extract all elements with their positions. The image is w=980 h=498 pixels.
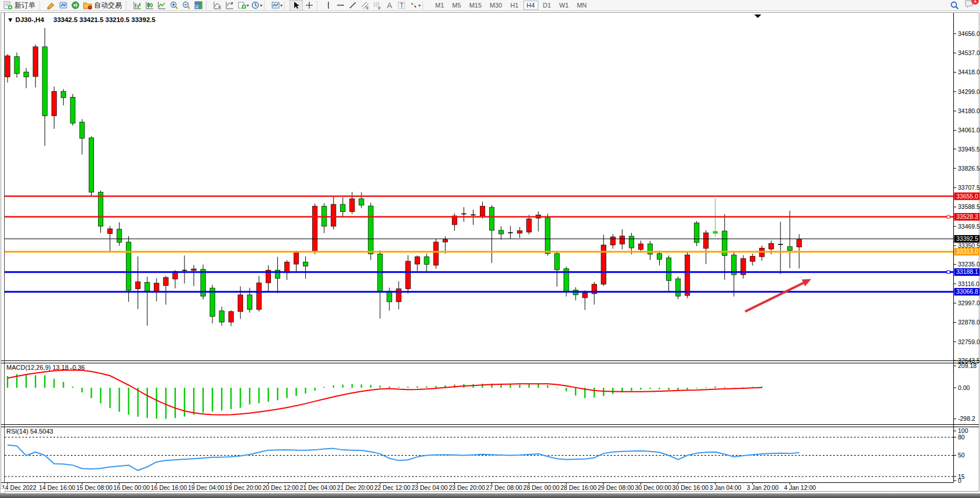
price-tick-label: 33116.0 <box>958 280 979 287</box>
candle-body <box>610 237 615 245</box>
marker-icon[interactable] <box>45 1 57 10</box>
rsi-label: RSI(14) 54.5043 <box>6 428 53 435</box>
arrow-objects-caret-icon[interactable]: ▾ <box>418 3 421 8</box>
candle-body <box>89 138 93 192</box>
price-badge-label: 33188.1 <box>956 268 978 275</box>
indicator-list-icon[interactable] <box>211 1 223 10</box>
resize-grip[interactable] <box>0 488 5 493</box>
price-tick-label: 34418.0 <box>958 68 980 75</box>
candlestick-chart-icon[interactable] <box>143 1 156 10</box>
chart-ohlc: 33342.5 33421.5 33210.5 33392.5 <box>53 16 156 23</box>
line-anchor-handle[interactable] <box>947 270 950 273</box>
new-order-icon[interactable] <box>2 1 14 10</box>
price-tick-label: 34656.0 <box>958 30 980 37</box>
search-icon[interactable] <box>949 1 961 10</box>
tile-windows-icon[interactable] <box>192 1 204 10</box>
timeframe-button-m1[interactable]: M1 <box>432 1 447 10</box>
candle-body <box>685 255 689 295</box>
text-tool-icon[interactable]: A <box>383 1 395 10</box>
horizontal-line-tool-icon[interactable] <box>334 1 346 10</box>
candle-body <box>136 282 140 289</box>
timeframe-button-m5[interactable]: M5 <box>449 1 464 10</box>
candle-body <box>498 230 503 234</box>
new-order-label[interactable]: 新订单 <box>15 1 35 10</box>
toolbar-separator <box>39 1 43 10</box>
candle-body <box>24 72 28 77</box>
price-tick-label: 33945.5 <box>958 146 980 153</box>
line-chart-icon[interactable] <box>156 1 168 10</box>
chart-template-icon[interactable] <box>269 1 281 10</box>
price-tick-label: 32759.0 <box>958 338 980 345</box>
timeframe-button-d1[interactable]: D1 <box>540 1 555 10</box>
candle-body <box>396 289 401 302</box>
sound-icon[interactable] <box>69 1 81 10</box>
chart-template-caret-icon[interactable]: ▾ <box>280 3 283 8</box>
time-tick-label: 23 Dec 04:00 <box>411 484 448 491</box>
time-tick-label: 22 Dec 12:00 <box>374 484 411 491</box>
chart-canvas[interactable]: 34656.034537.034418.034299.034180.034061… <box>0 11 980 493</box>
autotrade-label[interactable]: 自动交易 <box>94 1 122 10</box>
candle-body <box>424 257 429 264</box>
time-tick-label: 14 Dec 2022 <box>2 484 37 491</box>
candle-body <box>117 229 121 242</box>
notifications-button[interactable]: 1 <box>964 0 975 11</box>
candle-body <box>107 229 112 233</box>
bar-chart-icon[interactable] <box>131 1 143 10</box>
svg-text:A: A <box>387 1 392 10</box>
autotrade-icon[interactable] <box>81 1 93 10</box>
timeframe-button-h1[interactable]: H1 <box>507 1 522 10</box>
candle-body <box>359 199 364 205</box>
timeframe-button-m30[interactable]: M30 <box>486 1 505 10</box>
timeframe-button-w1[interactable]: W1 <box>556 1 573 10</box>
indicator-window-icon[interactable] <box>223 1 236 10</box>
candle-body <box>294 252 298 264</box>
period-caret-icon[interactable]: ▾ <box>260 3 262 8</box>
fibonacci-tool-icon[interactable]: F <box>371 1 383 10</box>
candle-body <box>583 293 587 298</box>
candle-body <box>750 256 755 261</box>
candle-body <box>219 311 224 322</box>
svg-text:F: F <box>378 6 381 10</box>
crosshair-icon[interactable] <box>303 1 315 10</box>
price-badge-label: 33066.8 <box>956 288 978 295</box>
price-tick-label: 34537.0 <box>958 49 980 56</box>
candle-body <box>70 97 75 123</box>
candle-body <box>545 218 550 254</box>
rsi-tick-label: 0 <box>958 477 961 484</box>
cursor-icon[interactable] <box>290 0 303 11</box>
equidistant-channel-tool-icon[interactable]: E <box>359 1 371 10</box>
chart-title: ▼ DJ30-,H4 <box>7 16 44 23</box>
candle-body <box>331 204 336 226</box>
vertical-line-tool-icon[interactable] <box>322 1 334 10</box>
candle-body <box>98 192 103 226</box>
text-label-tool-icon[interactable]: T <box>395 1 407 10</box>
timeframe-button-m15[interactable]: M15 <box>466 1 485 10</box>
line-anchor-handle[interactable] <box>947 215 950 218</box>
zoom-in-icon[interactable] <box>168 1 180 10</box>
candle-body <box>415 257 420 264</box>
trendline-tool-icon[interactable] <box>346 1 359 10</box>
timeframe-button-mn[interactable]: MN <box>573 1 590 10</box>
candle-body <box>79 122 84 138</box>
macd-tick-label: 0.00 <box>958 384 970 391</box>
price-tick-label: 33707.5 <box>958 184 980 191</box>
price-badge-label: 33313.0 <box>956 248 978 255</box>
chart-window-icon[interactable] <box>57 1 69 10</box>
time-tick-label: 3 Jan 04:00 <box>710 484 742 491</box>
candle-body <box>312 206 317 251</box>
terminal-window: 新订单 自动交易 <box>0 0 980 498</box>
period-clock-icon[interactable] <box>249 1 261 10</box>
candle-body <box>433 242 438 265</box>
candle-body <box>518 230 522 233</box>
price-badge-label: 33528.3 <box>956 213 978 220</box>
candle-body <box>387 291 392 302</box>
price-tick-label: 33826.5 <box>958 165 980 172</box>
timeframe-button-h4[interactable]: H4 <box>523 1 538 10</box>
arrow-objects-icon[interactable] <box>407 1 420 10</box>
add-indicator-icon[interactable] <box>236 1 248 10</box>
zoom-out-icon[interactable] <box>180 1 192 10</box>
price-tick-label: 33588.5 <box>958 203 980 210</box>
time-tick-label: 4 Jan 12:00 <box>784 484 816 491</box>
time-tick-label: 27 Dec 08:00 <box>486 484 523 491</box>
notification-badge: 1 <box>971 0 979 5</box>
